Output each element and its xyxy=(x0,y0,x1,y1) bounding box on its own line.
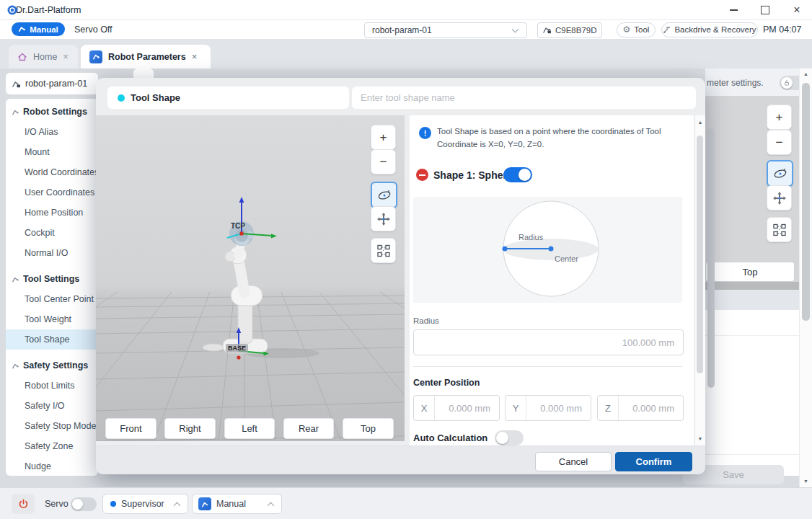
center-z-value: 0.000 mm xyxy=(632,403,674,414)
axis-x-label: X xyxy=(414,396,435,420)
tab-robot-parameters[interactable]: Robot Parameters × xyxy=(81,45,211,68)
scroll-down-icon[interactable]: ▼ xyxy=(800,479,812,484)
mode-select-value: Manual xyxy=(216,499,246,509)
robot-icon xyxy=(18,25,26,33)
scroll-up-icon[interactable]: ▲ xyxy=(695,120,705,125)
role-select[interactable]: Supervisor xyxy=(102,494,188,514)
page-scrollbar-thumb[interactable] xyxy=(802,83,810,321)
dialog-title-box: Tool Shape xyxy=(107,86,349,109)
sidebar-item-normal-io[interactable]: Normal I/O xyxy=(6,243,98,263)
app-title: Dr.Dart-Platform xyxy=(16,5,81,15)
manual-mode-icon xyxy=(198,497,211,510)
radius-field-label: Radius xyxy=(413,316,439,325)
view-right-button[interactable]: Right xyxy=(164,418,216,439)
tool-shape-name-input[interactable] xyxy=(352,86,696,109)
sidebar-item-safety-io[interactable]: Safety I/O xyxy=(6,396,98,416)
nav-section-label: Safety Settings xyxy=(23,360,88,371)
sidebar-item-nudge[interactable]: Nudge xyxy=(6,456,98,476)
nav-section-label: Robot Settings xyxy=(23,107,87,117)
param-file-value: robot-param-01 xyxy=(372,25,432,35)
orbit-button[interactable] xyxy=(371,182,397,208)
tool-button[interactable]: ⚙ Tool xyxy=(617,22,656,37)
bottom-status-bar: Servo Supervisor Manual xyxy=(0,487,812,519)
sidebar-item-mount[interactable]: Mount xyxy=(6,142,98,162)
bg-zoom-out-button[interactable]: − xyxy=(767,130,792,155)
tab-home-close-icon[interactable]: × xyxy=(63,52,69,61)
minimize-button[interactable] xyxy=(721,0,746,20)
bg-pan-button[interactable] xyxy=(767,185,792,210)
background-scrollbar-thumb[interactable] xyxy=(707,128,715,388)
backdrive-recovery-button[interactable]: Backdrive & Recovery xyxy=(661,22,758,37)
auto-calculation-toggle[interactable] xyxy=(495,430,524,445)
tab-robot-parameters-close-icon[interactable]: × xyxy=(192,52,198,61)
sidebar-item-home-position[interactable]: Home Position xyxy=(6,203,98,223)
sidebar-item-user-coordinates[interactable]: User Coordinates xyxy=(6,182,98,203)
close-button[interactable]: × xyxy=(785,0,809,20)
bg-measure-button[interactable] xyxy=(767,217,792,242)
sidebar-item-tool-shape[interactable]: Tool Shape xyxy=(6,329,98,350)
sidebar-item-world-coordinates[interactable]: World Coordinates xyxy=(6,162,98,182)
view-rear-button[interactable]: Rear xyxy=(283,418,334,439)
center-x-input[interactable]: X 0.000 mm xyxy=(413,395,500,421)
power-button[interactable] xyxy=(12,494,35,514)
view-left-label: Left xyxy=(242,423,257,434)
gear-icon: ⚙ xyxy=(623,25,631,34)
center-y-value: 0.000 mm xyxy=(540,403,582,414)
sidebar-item-tool-weight[interactable]: Tool Weight xyxy=(6,309,98,329)
view-front-button[interactable]: Front xyxy=(105,418,156,439)
scroll-down-icon[interactable]: ▼ xyxy=(695,436,705,441)
bg-orbit-button[interactable] xyxy=(767,160,793,187)
zoom-in-button[interactable]: + xyxy=(371,125,396,150)
diagram-radius-label: Radius xyxy=(518,233,543,241)
maximize-button[interactable] xyxy=(753,0,777,20)
servo-label: Servo xyxy=(45,499,69,509)
remove-shape-icon[interactable] xyxy=(416,169,428,181)
sidebar-collapse-handle[interactable] xyxy=(133,68,154,79)
zoom-out-button[interactable]: − xyxy=(371,149,396,174)
sidebar-item-safety-zone[interactable]: Safety Zone xyxy=(6,436,98,456)
app-logo-icon xyxy=(7,5,17,15)
radius-input[interactable]: 100.000 mm xyxy=(413,329,684,355)
nav-item-label: World Coordinates xyxy=(25,167,98,177)
nav-item-label: Tool Shape xyxy=(25,334,70,345)
confirm-button[interactable]: Confirm xyxy=(615,452,692,471)
sidebar-item-tool-center-point[interactable]: Tool Center Point xyxy=(6,289,98,309)
tab-bar: Home × Robot Parameters × xyxy=(0,40,812,68)
view-top-button[interactable]: Top xyxy=(343,418,394,439)
sidebar-item-io-alias[interactable]: I/O Alias xyxy=(6,122,98,142)
nav-item-label: User Coordinates xyxy=(25,187,94,198)
tab-home[interactable]: Home × xyxy=(9,45,78,68)
manual-mode-button[interactable]: Manual xyxy=(12,22,65,36)
center-z-input[interactable]: Z 0.000 mm xyxy=(597,395,684,421)
divider xyxy=(413,366,682,367)
page-scrollbar[interactable]: ▲ ▼ xyxy=(799,68,812,487)
bg-view-top-button[interactable]: Top xyxy=(705,262,795,282)
orbit-icon xyxy=(376,187,392,203)
pan-icon xyxy=(376,211,392,227)
dialog-scrollbar[interactable]: ▲ ▼ xyxy=(694,115,705,445)
sidebar-item-robot-limits[interactable]: Robot Limits xyxy=(6,376,98,396)
bg-zoom-in-button[interactable]: + xyxy=(767,105,792,130)
center-y-input[interactable]: Y 0.000 mm xyxy=(505,395,591,421)
robot-icon xyxy=(12,362,19,370)
confirm-button-label: Confirm xyxy=(636,456,672,467)
robot-serial-badge[interactable]: C9E8B79D xyxy=(537,22,602,38)
cancel-button[interactable]: Cancel xyxy=(535,452,612,471)
tool-button-label: Tool xyxy=(634,25,649,34)
mode-select[interactable]: Manual xyxy=(192,494,282,514)
sidebar-item-safety-stop-modes[interactable]: Safety Stop Modes xyxy=(6,416,98,436)
dialog-scrollbar-thumb[interactable] xyxy=(697,136,703,373)
scroll-up-icon[interactable]: ▲ xyxy=(800,71,812,76)
clock: PM 04:07 xyxy=(763,25,802,35)
shape-enable-toggle[interactable] xyxy=(503,167,532,182)
param-file-select[interactable]: robot-param-01 xyxy=(364,22,527,38)
servo-toggle[interactable] xyxy=(71,497,97,511)
save-button-label: Save xyxy=(723,469,744,480)
nav-item-label: Safety Stop Modes xyxy=(25,421,98,431)
measure-button[interactable] xyxy=(371,238,396,263)
pan-button[interactable] xyxy=(371,206,396,231)
dialog-3d-viewport[interactable]: TCP BASE + − Front Right Left Rear Top xyxy=(96,115,405,441)
view-left-button[interactable]: Left xyxy=(224,418,275,439)
center-position-label: Center Position xyxy=(413,378,480,388)
sidebar-item-cockpit[interactable]: Cockpit xyxy=(6,223,98,243)
